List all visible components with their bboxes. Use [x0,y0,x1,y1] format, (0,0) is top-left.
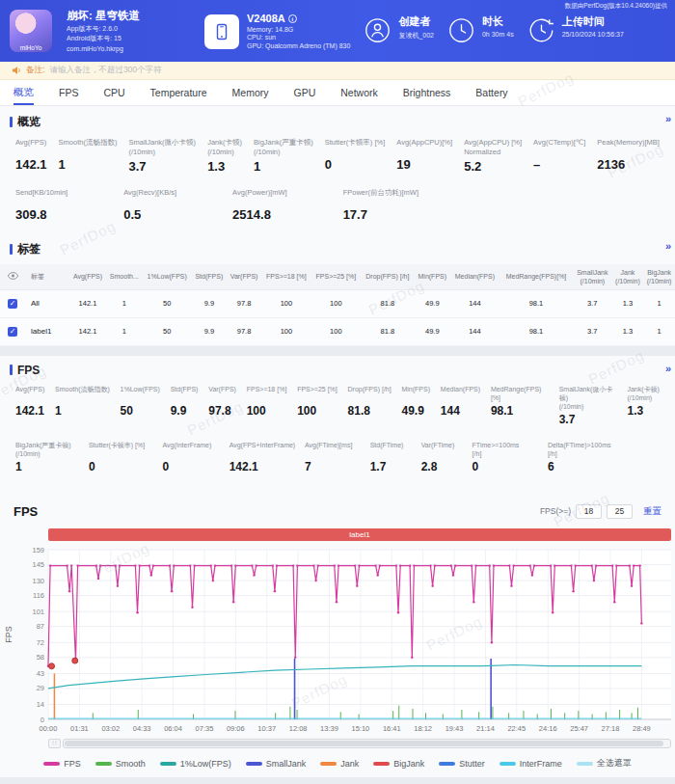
series-marker [49,565,51,567]
tab-FPS[interactable]: FPS [59,80,78,105]
metric-label: FPS>=18 [%] [247,385,287,402]
metric: Avg(FTime)[ms]7 [305,441,352,473]
legend-item-Jank[interactable]: Jank [320,759,359,769]
series-marker [434,565,436,567]
y-tick-label: 43 [37,669,44,678]
legend-item-1%Low(FPS)[interactable]: 1%Low(FPS) [160,759,231,769]
cell: 50 [143,289,192,317]
y-tick-label: 145 [32,560,44,569]
legend-item-SmallJank[interactable]: SmallJank [246,759,307,769]
tab-CPU[interactable]: CPU [103,80,124,105]
column-header: Median(FPS) [450,264,500,290]
cell: 142.1 [69,289,106,317]
megaphone-icon [12,62,21,79]
metric: Var(FTime)2.8 [421,441,455,473]
metric: Drop(FPS) [/h]81.8 [348,385,392,426]
series-marker [431,585,433,587]
legend-swatch [577,762,593,766]
series-marker [317,565,319,567]
cell: 1.3 [612,289,644,317]
metric-value: 0 [163,460,212,473]
info-icon[interactable]: i [288,14,297,23]
legend-item-Smooth[interactable]: Smooth [95,759,146,769]
series-marker [272,565,274,567]
metric-value: 1.3 [207,159,242,174]
metric: Smooth(流畅指数)1 [55,385,110,426]
metric-value: 142.1 [15,404,44,418]
note-bar[interactable]: 备注: 请输入备注，不超过300个字符 [0,62,675,80]
tab-Temperature[interactable]: Temperature [150,80,207,105]
series-marker [374,565,376,567]
series-marker [214,565,216,567]
fps-chart-svg: 00:0001:3103:0204:3306:0407:3509:0610:37… [0,544,675,737]
legend-item-InterFrame[interactable]: InterFrame [500,759,562,769]
reset-button[interactable]: 重置 [643,505,662,518]
label-table-body: ✓All142.11509.997.810010081.849.914498.1… [0,289,675,345]
metric-value: 98.1 [491,404,549,418]
expand-labels-icon[interactable]: » [665,240,671,252]
x-tick-label: 21:14 [476,724,495,733]
y-tick-label: 159 [32,546,44,554]
metric-label: Avg(InterFrame) [163,441,212,458]
tab-Network[interactable]: Network [340,80,378,105]
cell: 50 [143,317,192,345]
expand-fps-icon[interactable]: » [665,363,671,374]
x-tick-label: 06:04 [164,724,182,733]
metric-label: Avg(AppCPU) [%] Normalized [464,138,522,157]
chart-scrollbar[interactable]: ∷ [48,739,671,748]
scrollbar-grip-icon[interactable]: ∷ [48,739,61,748]
scrollbar-thumb[interactable] [65,741,663,746]
metric: 1%Low(FPS)50 [121,385,160,426]
row-checkbox[interactable]: ✓ [8,327,17,337]
metric: Avg(Power)[mW]2514.8 [232,188,287,222]
series-marker [529,565,531,567]
legend-item-FPS[interactable]: FPS [43,759,81,769]
tab-GPU[interactable]: GPU [293,80,315,105]
legend-item-Stutter[interactable]: Stutter [439,759,485,769]
series-marker [292,565,294,567]
metric: Avg(AppCPU) [%] Normalized5.2 [464,138,522,174]
series-marker [613,601,615,603]
metric-value: 97.8 [208,404,236,418]
series-marker [554,565,555,567]
creator-block: 创建者 复读机_002 [364,14,434,47]
row-label: All [25,289,69,317]
series-marker [255,565,256,567]
legend-swatch [95,762,112,766]
column-header: Var(FPS) [227,264,261,290]
cell: 3.7 [573,317,611,345]
label-table-head-row: 标签Avg(FPS)Smooth...1%Low(FPS)Std(FPS)Var… [0,264,675,290]
series-marker [136,611,138,613]
game-avatar: miHoYo [10,10,52,52]
fps-section-header: FPS » [0,356,675,382]
scrollbar-track[interactable] [63,739,671,748]
section-accent-bar [10,365,13,375]
cell: 49.9 [415,317,450,345]
fps-threshold-input-2[interactable] [607,504,633,519]
legend-item-全选遮罩[interactable]: 全选遮罩 [577,757,632,770]
device-memory: Memory: 14.8G [247,26,350,33]
tab-Memory[interactable]: Memory [232,80,269,105]
series-marker [97,578,99,580]
legend-label: Jank [340,759,359,769]
row-checkbox[interactable]: ✓ [8,299,17,309]
series-marker [491,641,493,643]
legend-swatch [500,762,516,766]
legend-item-BigJank[interactable]: BigJank [373,759,424,769]
note-label: 备注: [26,65,44,76]
tab-Battery[interactable]: Battery [475,80,507,105]
metric: Avg(Recv)[KB/s]0.5 [123,188,176,222]
fps-threshold-input-1[interactable] [576,504,602,519]
metric: SmallJank(微小卡顿) (/10min)3.7 [559,385,617,426]
metric-value: 144 [441,404,480,418]
cell: 144 [450,289,500,317]
fps-chart-title: FPS [14,504,38,519]
expand-overview-icon[interactable]: » [665,113,671,124]
tab-Brightness[interactable]: Brightness [403,80,451,105]
metric-value: 1 [59,157,118,172]
y-tick-label: 130 [32,577,44,585]
metric-label: Drop(FPS) [/h] [348,385,392,402]
tab-概览[interactable]: 概览 [14,80,34,105]
metric: FPS>=18 [%]100 [247,385,287,426]
y-tick-label: 116 [33,591,44,600]
